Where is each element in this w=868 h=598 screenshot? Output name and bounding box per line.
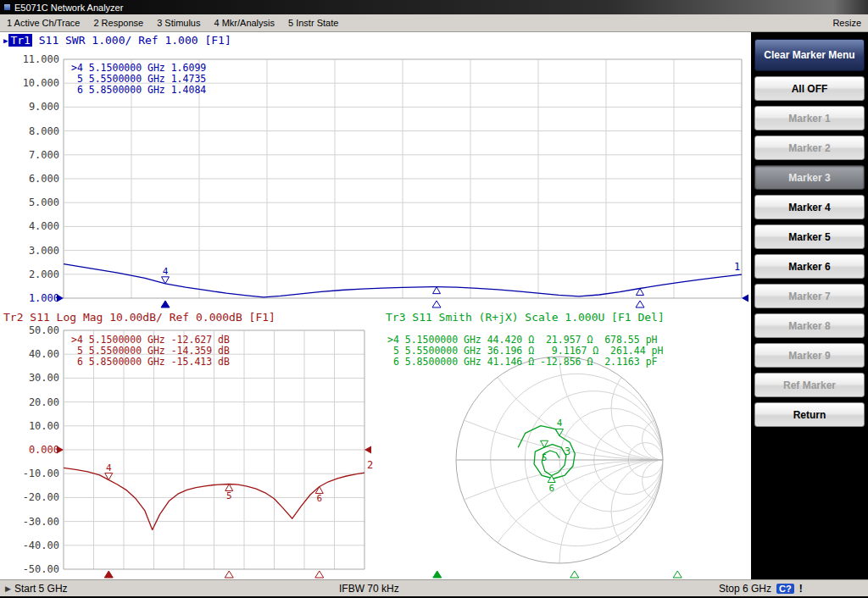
tr3-header-text: Tr3 S11 Smith (R+jX) Scale 1.000U [F1 De… — [386, 311, 665, 324]
marker-table-row: 6 5.8500000 GHz -15.413 dB — [71, 357, 230, 368]
softkey-panel: Clear Marker Menu All OFFMarker 1Marker … — [751, 32, 868, 579]
tr2-marker-6[interactable]: 6 — [315, 486, 324, 578]
svg-text:8.000: 8.000 — [29, 125, 59, 137]
softkey-return[interactable]: Return — [754, 402, 865, 427]
chart-area: 11.00010.0009.0008.0007.0006.0005.0004.0… — [0, 32, 751, 579]
softkey-menu-title: Clear Marker Menu — [754, 39, 865, 71]
menu-item-1-active-ch-trace[interactable]: 1 Active Ch/Trace — [0, 15, 86, 30]
correction-badge: C? — [776, 584, 794, 594]
softkey-marker-7: Marker 7 — [754, 284, 865, 308]
svg-text:4: 4 — [557, 418, 563, 429]
tr1-marker-table: >4 5.1500000 GHz 1.6099 5 5.5500000 GHz … — [71, 63, 206, 96]
active-trace-arrow: ▶ — [3, 36, 8, 45]
svg-text:4: 4 — [163, 266, 169, 277]
softkey-marker-2: Marker 2 — [754, 136, 865, 160]
tr1-header-text: S11 SWR 1.000/ Ref 1.000 [F1] — [32, 34, 231, 47]
softkey-menu-title-text: Clear Marker Menu — [764, 49, 854, 61]
tr2-header-text: Tr2 S11 Log Mag 10.00dB/ Ref 0.000dB [F1… — [3, 311, 275, 324]
svg-text:-10.00: -10.00 — [23, 468, 59, 479]
tr3-marker-6[interactable]: 6 — [548, 476, 682, 578]
status-arrow-icon: ▶ — [5, 584, 11, 593]
marker-table-row: 6 5.8500000 GHz 1.4084 — [71, 85, 206, 96]
svg-text:20.00: 20.00 — [29, 396, 59, 408]
tr2-marker-4[interactable]: 4 — [104, 462, 113, 578]
svg-text:-50.00: -50.00 — [23, 563, 59, 575]
svg-text:2: 2 — [367, 459, 373, 471]
softkey-marker-5[interactable]: Marker 5 — [754, 224, 865, 249]
softkey-marker-9: Marker 9 — [754, 343, 865, 368]
softkey-buttons: All OFFMarker 1Marker 2Marker 3Marker 4M… — [754, 76, 865, 427]
tr1-marker-4[interactable]: 4 — [161, 266, 170, 307]
svg-text:3: 3 — [565, 446, 570, 457]
softkey-marker-1: Marker 1 — [754, 106, 865, 130]
svg-text:10.00: 10.00 — [29, 420, 59, 432]
svg-text:7.000: 7.000 — [29, 149, 59, 161]
svg-text:-20.00: -20.00 — [23, 491, 59, 503]
svg-text:11.000: 11.000 — [23, 53, 59, 65]
tr1-header[interactable]: ▶Tr1 S11 SWR 1.000/ Ref 1.000 [F1] — [3, 34, 231, 47]
stop-frequency: Stop 6 GHz — [719, 583, 771, 595]
start-frequency: Start 5 GHz — [14, 583, 68, 595]
menu-resize[interactable]: Resize — [826, 15, 868, 30]
menu-items: 1 Active Ch/Trace2 Response3 Stimulus4 M… — [0, 15, 345, 30]
tr2-header[interactable]: Tr2 S11 Log Mag 10.00dB/ Ref 0.000dB [F1… — [3, 311, 275, 324]
svg-text:-30.00: -30.00 — [23, 516, 59, 528]
svg-text:3.000: 3.000 — [29, 245, 59, 257]
tr2-marker-5[interactable]: 5 — [225, 484, 233, 578]
status-bar: ▶ Start 5 GHz IFBW 70 kHz Stop 6 GHz C? … — [0, 579, 868, 596]
svg-text:6: 6 — [548, 483, 554, 494]
tr1-chip: Tr1 — [8, 34, 31, 47]
tr3-header[interactable]: Tr3 S11 Smith (R+jX) Scale 1.000U [F1 De… — [386, 311, 665, 324]
main-area: 11.00010.0009.0008.0007.0006.0005.0004.0… — [0, 32, 868, 579]
svg-text:6.000: 6.000 — [29, 173, 59, 185]
svg-text:1: 1 — [734, 261, 740, 273]
charts-canvas: 11.00010.0009.0008.0007.0006.0005.0004.0… — [0, 32, 751, 579]
svg-text:6: 6 — [316, 493, 322, 504]
menu-item-3-stimulus[interactable]: 3 Stimulus — [150, 15, 207, 30]
tr1-marker-5[interactable] — [432, 287, 441, 307]
svg-text:5.000: 5.000 — [29, 197, 59, 208]
status-right-group: Stop 6 GHz C? ! — [719, 583, 803, 595]
svg-text:1.000: 1.000 — [29, 292, 59, 304]
svg-text:2.000: 2.000 — [29, 269, 59, 280]
marker-table-row: 6 5.8500000 GHz 41.146 Ω -12.856 Ω 2.116… — [387, 357, 663, 368]
ifbw-value: IFBW 70 kHz — [339, 583, 399, 595]
svg-text:10.000: 10.000 — [23, 77, 59, 89]
svg-text:5: 5 — [542, 452, 548, 463]
alert-icon: ! — [799, 583, 803, 595]
svg-text:5: 5 — [226, 490, 232, 501]
softkey-marker-6[interactable]: Marker 6 — [754, 254, 865, 279]
svg-text:30.00: 30.00 — [29, 372, 59, 384]
tr2-marker-table: >4 5.1500000 GHz -12.627 dB 5 5.5500000 … — [71, 335, 230, 368]
svg-text:4: 4 — [106, 462, 112, 473]
svg-text:4.000: 4.000 — [29, 220, 59, 232]
softkey-ref-marker: Ref Marker — [754, 373, 865, 397]
softkey-marker-3[interactable]: Marker 3 — [754, 165, 865, 190]
tr3-marker-table: >4 5.1500000 GHz 44.420 Ω 21.957 Ω 678.5… — [387, 335, 663, 368]
app-icon — [3, 3, 11, 11]
app-window: E5071C Network Analyzer 1 Active Ch/Trac… — [0, 0, 868, 598]
menu-bar: 1 Active Ch/Trace2 Response3 Stimulus4 M… — [0, 14, 868, 32]
svg-text:9.000: 9.000 — [29, 101, 59, 113]
softkey-marker-8: Marker 8 — [754, 313, 865, 338]
svg-text:-40.00: -40.00 — [23, 540, 59, 551]
title-bar: E5071C Network Analyzer — [0, 0, 868, 14]
svg-text:50.00: 50.00 — [29, 324, 59, 336]
window-title: E5071C Network Analyzer — [14, 3, 123, 13]
svg-text:40.00: 40.00 — [29, 348, 59, 360]
softkey-marker-4[interactable]: Marker 4 — [754, 195, 865, 219]
menu-item-5-instr-state[interactable]: 5 Instr State — [281, 15, 345, 30]
menu-item-4-mkr-analysis[interactable]: 4 Mkr/Analysis — [207, 15, 281, 30]
menu-item-2-response[interactable]: 2 Response — [86, 15, 150, 30]
softkey-all-off[interactable]: All OFF — [754, 76, 865, 101]
svg-text:0.000: 0.000 — [29, 444, 59, 456]
